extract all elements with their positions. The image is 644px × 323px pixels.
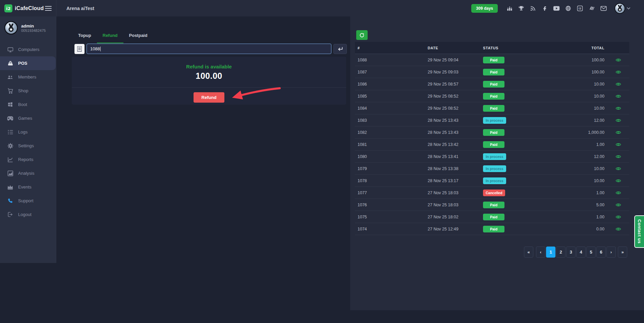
user-block[interactable]: admin 005193482475 — [0, 16, 56, 38]
order-date: 28 Nov 25 13:17 — [425, 178, 480, 183]
sidebar-item-analysis[interactable]: Analysis — [0, 166, 56, 180]
page-button-first[interactable]: « — [524, 247, 533, 258]
globe-icon[interactable] — [565, 5, 572, 12]
sidebar-item-logs[interactable]: Logs — [0, 125, 56, 139]
view-order-eye-icon — [615, 215, 621, 219]
view-order-button[interactable] — [615, 215, 621, 219]
table-row: 108028 Nov 25 13:41In process12.00 — [355, 151, 629, 163]
order-search-row: 1088 — [74, 44, 347, 54]
brand-logo[interactable]: i2 iCafeCloud — [4, 4, 44, 13]
hamburger-menu-icon[interactable] — [45, 5, 52, 11]
facebook-icon[interactable] — [541, 5, 548, 12]
page-button-4[interactable]: 4 — [576, 247, 586, 258]
order-date: 29 Nov 25 09:03 — [425, 70, 480, 74]
view-order-button[interactable] — [615, 227, 621, 231]
days-remaining-badge[interactable]: 309 days — [471, 4, 498, 13]
sidebar-item-boot[interactable]: Boot — [0, 98, 56, 111]
sidebar-item-pos[interactable]: POS — [0, 56, 56, 70]
view-order-button[interactable] — [615, 203, 621, 207]
youtube-icon[interactable] — [553, 5, 560, 12]
page-button-prev[interactable]: ‹ — [536, 247, 545, 258]
tab-postpaid[interactable]: Postpaid — [123, 30, 153, 43]
status-badge: Paid — [483, 57, 504, 63]
table-row: 108328 Nov 25 13:43In process12.00 — [355, 114, 629, 126]
status-badge: Paid — [483, 214, 504, 220]
page-button-3[interactable]: 3 — [566, 247, 576, 258]
sidebar-item-label: Boot — [18, 102, 27, 107]
sidebar-item-label: Support — [18, 198, 34, 203]
page-button-5[interactable]: 5 — [586, 247, 596, 258]
trophy-icon[interactable] — [518, 5, 525, 12]
sidebar-item-reports[interactable]: Reports — [0, 153, 56, 166]
page-button-2[interactable]: 2 — [556, 247, 566, 258]
page-button-last[interactable]: » — [618, 247, 627, 258]
tab-topup[interactable]: Topup — [72, 30, 97, 43]
table-row: 108128 Nov 25 13:42Paid1.00 — [355, 139, 629, 151]
sidebar-item-members[interactable]: Members — [0, 70, 56, 84]
ranking-icon[interactable] — [506, 5, 513, 12]
page-button-6[interactable]: 6 — [596, 247, 606, 258]
reports-chart-icon — [7, 156, 13, 163]
sidebar-item-computers[interactable]: Computers — [0, 43, 56, 56]
sidebar-item-games[interactable]: Games — [0, 111, 56, 125]
order-id: 1088 — [355, 58, 425, 62]
order-number-input[interactable]: 1088 — [87, 44, 331, 54]
sidebar-item-label: Settings — [18, 143, 34, 148]
user-menu[interactable] — [614, 3, 631, 14]
tab-refund[interactable]: Refund — [97, 30, 123, 43]
contact-us-tab[interactable]: Contact us — [634, 215, 644, 248]
refund-button[interactable]: Refund — [194, 92, 225, 103]
status-badge: In process — [483, 153, 506, 160]
view-order-button[interactable] — [615, 70, 621, 74]
sidebar-item-settings[interactable]: Settings — [0, 139, 56, 153]
table-row: 108729 Nov 25 09:03Paid100.00 — [355, 66, 629, 78]
games-gamepad-icon — [7, 115, 13, 121]
view-order-button[interactable] — [615, 191, 621, 195]
mail-icon[interactable] — [600, 5, 607, 12]
table-row: 108429 Nov 25 08:52Paid10.00 — [355, 102, 629, 114]
order-date: 29 Nov 25 09:04 — [425, 58, 480, 62]
view-order-eye-icon — [615, 178, 621, 183]
sidebar-item-shop[interactable]: Shop — [0, 84, 56, 98]
view-order-button[interactable] — [615, 166, 621, 171]
sidebar-item-logout[interactable]: Logout — [0, 208, 56, 221]
sidebar-item-label: Reports — [18, 157, 34, 162]
receipt-icon[interactable] — [74, 44, 85, 54]
order-id: 1077 — [355, 191, 425, 195]
sidebar-item-events[interactable]: Events — [0, 180, 56, 194]
view-order-button[interactable] — [615, 130, 621, 135]
status-badge: Paid — [483, 141, 504, 148]
page-button-1[interactable]: 1 — [546, 247, 555, 258]
layers-icon[interactable] — [588, 5, 595, 12]
view-order-button[interactable] — [615, 82, 621, 87]
logout-icon — [7, 211, 13, 218]
column-header-total: TOTAL — [550, 46, 607, 50]
view-order-button[interactable] — [615, 154, 621, 159]
order-date: 27 Nov 25 18:03 — [425, 191, 480, 195]
view-order-button[interactable] — [615, 118, 621, 123]
view-order-button[interactable] — [615, 178, 621, 183]
refresh-orders-button[interactable] — [356, 30, 368, 40]
view-order-button[interactable] — [615, 142, 621, 147]
table-row: 107727 Nov 25 18:03Cancelled1.00 — [355, 187, 629, 199]
submit-order-button[interactable] — [333, 44, 347, 54]
view-order-eye-icon — [615, 70, 621, 74]
order-total: 100.00 — [550, 70, 607, 74]
icafecloud-logo-icon: i2 — [4, 4, 13, 13]
contact-us-label: Contact us — [637, 219, 642, 244]
settings-gear-icon — [7, 143, 13, 149]
order-date: 29 Nov 25 08:57 — [425, 82, 480, 87]
order-date: 28 Nov 25 13:42 — [425, 142, 480, 147]
sidebar-item-label: Logs — [18, 129, 28, 134]
table-row: 108829 Nov 25 09:04Paid100.00 — [355, 54, 629, 66]
view-order-button[interactable] — [615, 94, 621, 99]
view-order-button[interactable] — [615, 106, 621, 111]
rss-icon[interactable] — [530, 5, 536, 12]
view-order-eye-icon — [615, 94, 621, 99]
sidebar-item-support[interactable]: Support — [0, 194, 56, 208]
order-id: 1085 — [355, 94, 425, 99]
page-button-next[interactable]: › — [606, 247, 616, 258]
view-order-button[interactable] — [615, 58, 621, 62]
status-badge: In process — [483, 117, 506, 124]
icafecloud-icon[interactable]: i2 — [577, 5, 583, 12]
